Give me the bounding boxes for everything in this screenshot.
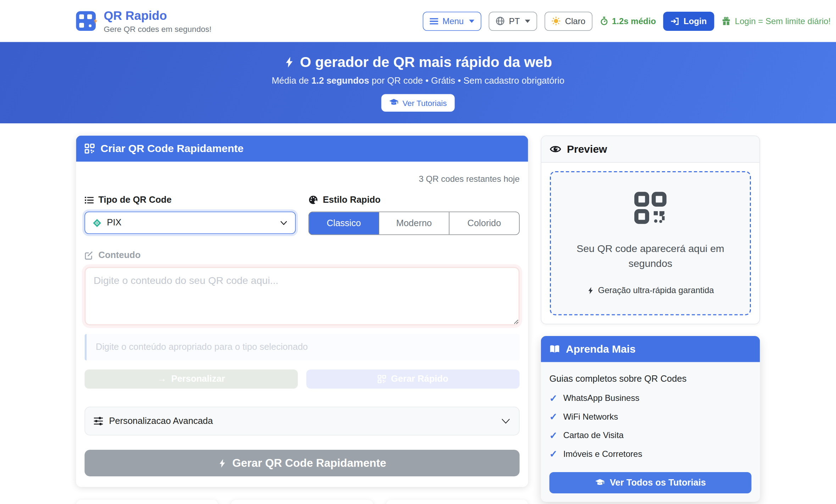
learn-subtitle: Guias completos sobre QR Codes xyxy=(550,374,752,385)
open-book-icon xyxy=(550,345,560,354)
globe-icon xyxy=(496,17,505,26)
arrow-right-icon: → xyxy=(157,374,167,385)
sidebar-column: Preview Seu QR code aparecerá aqui em se… xyxy=(541,136,760,502)
qr-logo-icon xyxy=(76,11,96,31)
hamburger-icon xyxy=(430,17,438,25)
brand-name: QR Rapido xyxy=(104,9,212,23)
learn-more-card: Aprenda Mais Guias completos sobre QR Co… xyxy=(541,336,760,502)
chevron-down-icon xyxy=(501,416,511,426)
graduation-cap-icon xyxy=(595,479,604,487)
generator-card-header: Criar QR Code Rapidamente xyxy=(76,136,528,162)
quota-note: 3 QR codes restantes hoje xyxy=(85,174,520,184)
brand[interactable]: QR Rapido Gere QR codes em segundos! xyxy=(76,9,212,34)
check-icon: ✓ xyxy=(550,393,558,403)
main-content: Criar QR Code Rapidamente 3 QR codes res… xyxy=(76,136,760,504)
style-option-colorido[interactable]: Colorido xyxy=(449,212,519,235)
gift-icon xyxy=(721,17,731,26)
generate-button[interactable]: Gerar QR Code Rapidamente xyxy=(85,450,520,476)
generator-title: Criar QR Code Rapidamente xyxy=(101,142,244,155)
check-icon: ✓ xyxy=(550,431,558,440)
pix-icon xyxy=(93,218,102,228)
speed-badge: 1.2s médio xyxy=(600,16,656,26)
view-all-tutorials-button[interactable]: Ver Todos os Tutoriais xyxy=(550,472,752,493)
quick-generate-button[interactable]: Gerar Rápido xyxy=(306,370,520,389)
palette-icon xyxy=(308,195,318,205)
stopwatch-icon xyxy=(600,17,608,26)
qr-rapido-page: QR Rapido Gere QR codes em segundos! Men… xyxy=(0,0,836,504)
login-promo: Login = Sem limite diário! xyxy=(721,16,831,26)
check-icon: ✓ xyxy=(550,412,558,422)
pencil-square-icon xyxy=(85,251,94,260)
header-actions: Menu PT Claro 1.2s médio Login xyxy=(423,11,831,30)
login-button[interactable]: Login xyxy=(663,11,714,30)
chevron-down-icon xyxy=(469,19,474,23)
style-button-group: Classico Moderno Colorido xyxy=(308,212,520,235)
lightning-icon xyxy=(587,286,594,295)
theme-toggle-button[interactable]: Claro xyxy=(545,11,592,30)
learn-item-whatsapp[interactable]: ✓ WhatsApp Business xyxy=(550,393,752,403)
spark-icon xyxy=(93,18,99,25)
preview-body: Seu QR code aparecerá aqui em segundos G… xyxy=(541,163,759,324)
preview-placeholder-text: Seu QR code aparecerá aqui em segundos xyxy=(569,241,732,271)
qr-grid-icon xyxy=(378,375,386,383)
type-column: Tipo de QR Code PIX xyxy=(85,195,296,235)
learn-item-wifi[interactable]: ✓ WiFi Networks xyxy=(550,412,752,422)
qr-code-icon xyxy=(634,191,667,224)
action-row: → Personalizar Gerar Rápido xyxy=(85,370,520,389)
qr-grid-icon xyxy=(85,144,95,154)
content-help-text: Digite o conteúdo apropriado para o tipo… xyxy=(85,334,520,360)
lightning-icon xyxy=(218,458,227,469)
learn-item-cartao[interactable]: ✓ Cartao de Visita xyxy=(550,431,752,440)
content-textarea[interactable] xyxy=(85,267,520,325)
style-column: Estilo Rapido Classico Moderno Colorido xyxy=(308,195,520,235)
chevron-down-icon xyxy=(280,219,288,227)
type-label: Tipo de QR Code xyxy=(99,195,172,205)
style-label-row: Estilo Rapido xyxy=(308,195,520,205)
qr-type-value: PIX xyxy=(107,218,122,228)
generator-column: Criar QR Code Rapidamente 3 QR codes res… xyxy=(76,136,528,504)
sun-icon xyxy=(552,17,561,26)
generator-body: 3 QR codes restantes hoje Tipo de QR Cod… xyxy=(76,162,528,487)
learn-card-header: Aprenda Mais xyxy=(541,336,760,362)
sliders-icon xyxy=(94,416,103,426)
learn-body: Guias completos sobre QR Codes ✓ WhatsAp… xyxy=(541,362,760,502)
top-bar: QR Rapido Gere QR codes em segundos! Men… xyxy=(0,0,836,42)
language-selector[interactable]: PT xyxy=(489,11,537,30)
stats-row: 1.2s Tempo médio 99.9% Disponibilidade 1… xyxy=(76,500,528,504)
generator-card: Criar QR Code Rapidamente 3 QR codes res… xyxy=(76,136,528,487)
hero-subtitle: Média de 1.2 segundos por QR code • Grát… xyxy=(272,75,564,86)
lightning-icon xyxy=(284,56,295,69)
menu-button[interactable]: Menu xyxy=(423,11,481,30)
graduation-cap-icon xyxy=(389,99,399,107)
brand-tagline: Gere QR codes em segundos! xyxy=(104,24,212,34)
qr-type-select[interactable]: PIX xyxy=(85,212,296,234)
personalize-button[interactable]: → Personalizar xyxy=(85,370,298,389)
content-label-row: Conteudo xyxy=(85,250,520,261)
check-icon: ✓ xyxy=(550,449,558,459)
preview-title: Preview xyxy=(567,143,607,156)
style-label: Estilo Rapido xyxy=(323,195,381,205)
stat-card-speed: 1.2s Tempo médio xyxy=(76,500,218,504)
preview-card: Preview Seu QR code aparecerá aqui em se… xyxy=(541,136,760,325)
preview-card-header: Preview xyxy=(541,136,759,163)
type-style-row: Tipo de QR Code PIX xyxy=(85,195,520,235)
hero-title: O gerador de QR mais rápido da web xyxy=(284,54,552,71)
advanced-label: Personalizacao Avancada xyxy=(109,416,213,426)
style-option-moderno[interactable]: Moderno xyxy=(379,212,449,235)
qr-preview-placeholder: Seu QR code aparecerá aqui em segundos G… xyxy=(550,171,751,315)
learn-title: Aprenda Mais xyxy=(566,343,636,355)
content-label: Conteudo xyxy=(99,250,141,261)
eye-icon xyxy=(550,144,561,155)
login-icon xyxy=(671,17,679,25)
advanced-accordion[interactable]: Personalizacao Avancada xyxy=(85,407,520,436)
view-tutorials-button[interactable]: Ver Tutoriais xyxy=(381,94,455,112)
hero-banner: O gerador de QR mais rápido da web Média… xyxy=(0,42,836,124)
chevron-down-icon xyxy=(525,19,530,23)
stat-card-uptime: 99.9% Disponibilidade xyxy=(231,500,373,504)
type-label-row: Tipo de QR Code xyxy=(85,195,296,205)
learn-item-imoveis[interactable]: ✓ Imóveis e Corretores xyxy=(550,449,752,459)
list-icon xyxy=(85,195,94,205)
style-option-classico[interactable]: Classico xyxy=(309,212,379,235)
stat-card-users: 10.5K Usuarios hoje xyxy=(386,500,528,504)
preview-guarantee-note: Geração ultra-rápida garantida xyxy=(587,286,714,295)
